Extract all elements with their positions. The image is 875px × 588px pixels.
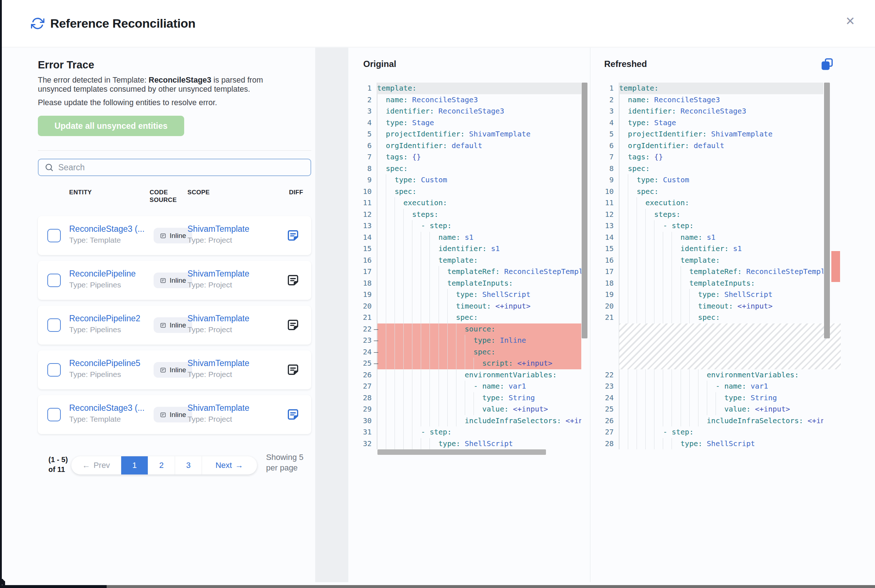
row-checkbox[interactable] xyxy=(47,229,61,242)
scope-link[interactable]: ShivamTemplate xyxy=(188,314,266,324)
deleted-block-placeholder xyxy=(619,324,841,369)
code-line: 10spec: xyxy=(590,186,823,198)
diff-icon[interactable] xyxy=(286,318,300,332)
line-number: 25 xyxy=(590,404,619,415)
line-number: 20 xyxy=(348,300,377,312)
code-line: 18templateInputs: xyxy=(590,278,823,289)
line-number: 9 xyxy=(348,174,377,186)
line-number: 22 xyxy=(590,369,619,381)
code-source-badge: Inline xyxy=(154,317,192,333)
table-row[interactable]: ReconcilePipeline5 Type: Pipelines Inlin… xyxy=(38,350,311,389)
entity-link[interactable]: ReconcilePipeline xyxy=(69,269,149,279)
code-line: 26environmentVariables: xyxy=(348,369,581,381)
line-number: 10 xyxy=(348,186,377,198)
diff-icon[interactable] xyxy=(286,228,300,242)
entity-link[interactable]: ReconcilePipeline5 xyxy=(69,358,149,368)
code-line: 12steps: xyxy=(348,209,581,220)
line-number: 8 xyxy=(348,163,377,175)
scope-type: Type: Project xyxy=(188,370,266,379)
scope-link[interactable]: ShivamTemplate xyxy=(188,269,266,279)
code-line: 8spec: xyxy=(348,163,581,175)
code-line: 10spec: xyxy=(348,186,581,198)
inline-icon xyxy=(160,277,167,284)
code-line: 26includeInfraSelectors: <+in xyxy=(590,415,823,427)
line-number: 20 xyxy=(590,300,619,312)
page-title: Reference Reconciliation xyxy=(50,16,195,31)
scope-link[interactable]: ShivamTemplate xyxy=(188,224,266,234)
line-number: 16 xyxy=(348,255,377,266)
row-checkbox[interactable] xyxy=(47,408,61,422)
update-all-button[interactable]: Update all unsynced entities xyxy=(38,116,184,136)
table-row[interactable]: ReconcileStage3 (... Type: Template Inli… xyxy=(38,395,311,434)
line-number: 26 xyxy=(348,369,377,381)
pagination: ←Prev 123 Next→ xyxy=(71,456,257,474)
line-number: 21 xyxy=(348,312,377,324)
line-number: 28 xyxy=(348,392,377,404)
table-row[interactable]: ReconcilePipeline2 Type: Pipelines Inlin… xyxy=(38,306,311,345)
column-header-entity: ENTITY xyxy=(69,189,92,196)
diff-icon[interactable] xyxy=(286,408,300,422)
code-line: 31- step: xyxy=(348,426,581,438)
line-number: 26 xyxy=(590,415,619,427)
error-template-name: ReconcileStage3 xyxy=(149,76,211,84)
original-horizontal-scrollbar[interactable] xyxy=(377,449,546,455)
row-checkbox[interactable] xyxy=(47,274,61,287)
line-number: 3 xyxy=(348,105,377,117)
search-box[interactable] xyxy=(38,159,311,176)
line-number: 7 xyxy=(590,152,619,163)
code-line: 13- step: xyxy=(348,220,581,232)
code-line: 9type: Custom xyxy=(590,174,823,186)
entity-link[interactable]: ReconcileStage3 (... xyxy=(69,403,149,413)
code-line: 6orgIdentifier: default xyxy=(348,140,581,152)
page-left-edge xyxy=(0,0,2,588)
copy-icon[interactable] xyxy=(819,57,834,71)
code-line: 5projectIdentifier: ShivamTemplate xyxy=(348,129,581,140)
line-number: 5 xyxy=(348,129,377,140)
line-number: 8 xyxy=(590,163,619,175)
line-number: 19 xyxy=(348,289,377,300)
scope-link[interactable]: ShivamTemplate xyxy=(188,358,266,368)
diff-icon[interactable] xyxy=(286,273,300,287)
line-number: 4 xyxy=(348,117,377,129)
code-line: 23- name: var1 xyxy=(590,381,823,392)
code-line: 4type: Stage xyxy=(590,117,823,129)
column-header-diff: DIFF xyxy=(289,189,303,196)
line-number: 29 xyxy=(348,404,377,415)
page-button-2[interactable]: 2 xyxy=(148,456,175,474)
code-line: 22source: xyxy=(348,324,581,335)
page-button-3[interactable]: 3 xyxy=(175,456,202,474)
scope-link[interactable]: ShivamTemplate xyxy=(188,403,266,413)
entity-type: Type: Pipelines xyxy=(69,280,149,289)
entity-type: Type: Template xyxy=(69,415,149,423)
code-line: 24type: String xyxy=(590,392,823,404)
close-icon[interactable]: ✕ xyxy=(842,13,858,29)
inline-icon xyxy=(160,322,167,328)
table-row[interactable]: ReconcileStage3 (... Type: Template Inli… xyxy=(38,216,311,255)
table-row[interactable]: ReconcilePipeline Type: Pipelines Inline… xyxy=(38,261,311,300)
line-number: 6 xyxy=(590,140,619,152)
code-line: 7tags: {} xyxy=(348,152,581,163)
section-divider xyxy=(315,48,348,582)
refreshed-vertical-scrollbar[interactable] xyxy=(824,82,830,338)
page-button-1[interactable]: 1 xyxy=(121,456,148,474)
line-number: 22 xyxy=(348,324,377,335)
line-number: 24 xyxy=(590,392,619,404)
entity-link[interactable]: ReconcilePipeline2 xyxy=(69,314,149,324)
code-line: 29value: <+input> xyxy=(348,404,581,415)
code-line: 4type: Stage xyxy=(348,117,581,129)
line-number: 12 xyxy=(590,209,619,220)
line-number: 7 xyxy=(348,152,377,163)
code-line: 30includeInfraSelectors: <+in xyxy=(348,415,581,427)
arrow-right-icon: → xyxy=(235,460,243,470)
diff-icon[interactable] xyxy=(286,363,300,376)
search-input[interactable] xyxy=(58,163,305,172)
original-vertical-scrollbar[interactable] xyxy=(582,82,587,338)
prev-page-button[interactable]: ←Prev xyxy=(71,456,121,474)
entity-link[interactable]: ReconcileStage3 (... xyxy=(69,224,149,234)
line-number: 2 xyxy=(590,94,619,106)
row-checkbox[interactable] xyxy=(47,318,61,332)
next-page-button[interactable]: Next→ xyxy=(202,456,257,474)
line-number: 12 xyxy=(348,209,377,220)
code-line: 24spec: xyxy=(348,346,581,358)
row-checkbox[interactable] xyxy=(47,363,61,376)
